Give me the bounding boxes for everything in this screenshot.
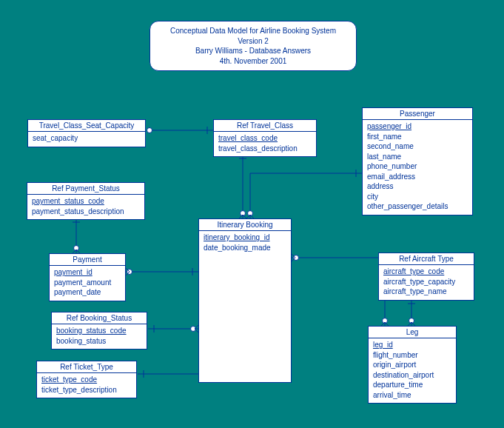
entity-header: Payment (50, 254, 125, 266)
entity-attr: passenger_id (367, 121, 468, 132)
entity-header: Ref Payment_Status (27, 183, 144, 195)
svg-point-14 (127, 270, 132, 275)
entity-attr: booking_status_code (56, 326, 142, 336)
title-line2: Version 2 (165, 36, 341, 47)
title-line3: Barry Williams - Database Answers (165, 46, 341, 56)
entity-header: Leg (369, 327, 456, 338)
entity-attr: ticket_type_description (41, 385, 132, 395)
entity-attr: other_passenger_details (367, 201, 468, 212)
entity-attr: ticket_type_code (41, 375, 132, 385)
entity-attr: origin_airport (373, 360, 451, 370)
entity-ref-payment-status: Ref Payment_Status payment_status_code p… (27, 182, 145, 220)
entity-attr: leg_id (373, 340, 451, 350)
entity-attr: flight_number (373, 350, 451, 361)
entity-attr: aircraft_type_name (383, 287, 469, 297)
entity-attr: arrival_time (373, 390, 451, 401)
entity-itinerary-booking: Itinerary Booking itinerary_booking_id d… (198, 218, 292, 383)
entity-attr: city (367, 192, 468, 202)
diagram-title-box: Conceptual Data Model for Airline Bookin… (149, 21, 357, 71)
entity-attr: address (367, 181, 468, 192)
svg-point-12 (74, 246, 79, 251)
entity-ref-ticket-type: Ref Ticket_Type ticket_type_code ticket_… (36, 361, 137, 398)
entity-ref-booking-status: Ref Booking_Status booking_status_code b… (51, 312, 147, 350)
entity-header: Ref Aircraft Type (379, 253, 474, 265)
entity-attr: aircraft_type_code (383, 267, 469, 277)
entity-leg: Leg leg_id flight_number origin_airport … (368, 326, 457, 404)
entity-attr: travel_class_code (218, 133, 312, 144)
entity-attr: travel_class_description (218, 144, 312, 154)
entity-attr: aircraft_type_capacity (383, 277, 469, 287)
entity-attr: first_name (367, 132, 468, 142)
entity-ref-aircraft-type: Ref Aircraft Type aircraft_type_code air… (378, 253, 474, 301)
svg-point-17 (191, 327, 196, 332)
svg-point-23 (383, 318, 388, 324)
entity-header: Travel_Class_Seat_Capacity (28, 120, 145, 132)
svg-point-9 (248, 211, 253, 216)
svg-point-1 (147, 128, 152, 133)
entity-ref-travel-class: Ref Travel_Class travel_class_code trave… (213, 119, 317, 157)
entity-attr: payment_id (54, 267, 121, 278)
entity-attr: departure_time (373, 380, 451, 390)
entity-header: Ref Ticket_Type (37, 361, 136, 373)
entity-attr: booking_status (56, 336, 142, 347)
entity-attr: phone_number (367, 161, 468, 172)
entity-attr: payment_amount (54, 278, 121, 288)
entity-payment: Payment payment_id payment_amount paymen… (49, 253, 126, 301)
entity-travel-class-seat-capacity: Travel_Class_Seat_Capacity seat_capacity (27, 119, 146, 147)
title-line1: Conceptual Data Model for Airline Bookin… (165, 26, 341, 36)
entity-attr: email_address (367, 172, 468, 182)
title-line4: 4th. November 2001 (165, 56, 341, 67)
entity-attr: second_name (367, 141, 468, 152)
svg-point-22 (294, 255, 299, 261)
entity-attr: seat_capacity (33, 133, 141, 144)
entity-attr: itinerary_booking_id (204, 233, 286, 243)
entity-passenger: Passenger passenger_id first_name second… (362, 107, 473, 215)
svg-point-5 (241, 211, 246, 216)
entity-header: Ref Booking_Status (52, 312, 147, 324)
entity-header: Ref Travel_Class (214, 120, 316, 132)
entity-attr: payment_date (54, 287, 121, 298)
entity-attr: payment_status_code (32, 196, 140, 207)
entity-attr: destination_airport (373, 370, 451, 381)
entity-header: Passenger (363, 108, 472, 120)
svg-point-26 (409, 318, 414, 324)
entity-attr: date_booking_made (204, 243, 286, 253)
entity-attr: last_name (367, 152, 468, 162)
entity-header: Itinerary Booking (199, 219, 291, 231)
entity-attr: payment_status_description (32, 207, 140, 217)
